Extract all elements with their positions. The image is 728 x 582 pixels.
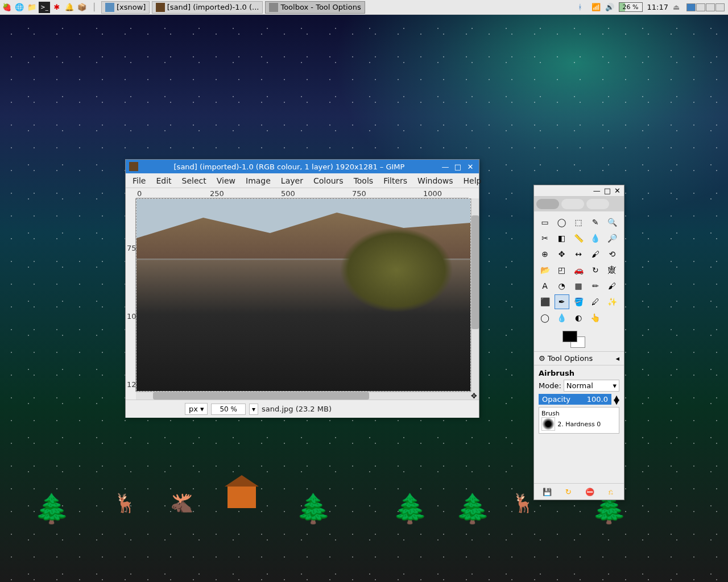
tool-button-3[interactable]: ✎	[588, 215, 603, 230]
scrollbar-thumb[interactable]	[153, 392, 369, 400]
tool-button-22[interactable]: ▦	[571, 278, 586, 293]
web-browser-icon[interactable]: 🌐	[14, 2, 25, 13]
restore-preset-icon[interactable]: ↻	[562, 486, 574, 497]
tool-button-2[interactable]: ⬚	[571, 215, 586, 230]
reset-icon[interactable]: ⎌	[605, 486, 617, 497]
tool-button-33[interactable]: 👆	[588, 310, 603, 325]
unit-selector[interactable]: px ▾	[185, 403, 208, 415]
tool-button-30[interactable]: ◯	[537, 310, 552, 325]
menu-edit[interactable]: Edit	[151, 174, 176, 187]
clock[interactable]: 11:17	[647, 3, 668, 11]
close-button[interactable]: ✕	[614, 186, 621, 195]
maximize-button[interactable]: □	[454, 163, 462, 171]
ruler-horizontal[interactable]: 0 250 500 750 1000	[136, 188, 469, 198]
color-swatches[interactable]	[534, 329, 624, 351]
tool-button-4[interactable]: 🔍	[605, 215, 619, 230]
menu-colours[interactable]: Colours	[309, 174, 348, 187]
save-preset-icon[interactable]: 💾	[541, 486, 553, 497]
menu-windows[interactable]: Windows	[413, 174, 458, 187]
tool-button-14[interactable]: ⟲	[605, 247, 619, 261]
menu-help[interactable]: Help	[459, 174, 486, 187]
scrollbar-thumb[interactable]	[471, 215, 479, 329]
tool-button-13[interactable]: 🖌	[588, 247, 603, 261]
tool-button-28[interactable]: 🖊	[588, 294, 603, 309]
volume-icon[interactable]: 🔊	[605, 3, 614, 12]
tool-button-34[interactable]	[605, 310, 619, 325]
tool-button-17[interactable]: 🚗	[571, 263, 586, 277]
tool-button-21[interactable]: ◔	[555, 278, 569, 293]
delete-preset-icon[interactable]: ⛔	[584, 486, 595, 497]
tool-button-20[interactable]: A	[537, 278, 552, 293]
nav-button-icon[interactable]: ✥	[471, 392, 479, 400]
brush-selector[interactable]: Brush 2. Hardness 0	[539, 407, 619, 434]
tool-button-1[interactable]: ◯	[555, 215, 569, 230]
scrollbar-vertical[interactable]	[471, 198, 479, 392]
bluetooth-icon[interactable]: ᚼ	[578, 3, 587, 12]
terminal-icon[interactable]: >_	[39, 2, 50, 13]
zoom-level[interactable]: 50 %	[211, 404, 246, 415]
eject-icon[interactable]: ⏏	[673, 3, 682, 12]
task-xsnow[interactable]: [xsnow]	[101, 1, 150, 14]
tool-button-16[interactable]: ◰	[555, 263, 569, 277]
tool-button-10[interactable]: ⊕	[537, 247, 552, 261]
tool-button-6[interactable]: ◧	[555, 231, 569, 246]
tool-button-31[interactable]: 💧	[555, 310, 569, 325]
tool-button-5[interactable]: ✂	[537, 231, 552, 246]
opacity-slider[interactable]: Opacity 100.0	[539, 394, 611, 405]
mode-select[interactable]: Normal ▾	[564, 380, 619, 392]
workspace-1[interactable]	[686, 3, 696, 11]
tool-button-19[interactable]: 🕸	[605, 263, 619, 277]
spin-down-icon[interactable]: ▼	[614, 400, 619, 404]
file-manager-icon[interactable]: 📁	[26, 2, 38, 13]
tool-button-26[interactable]: ✒	[555, 294, 569, 309]
menu-raspberry-icon[interactable]: 🍓	[1, 2, 13, 13]
tool-button-7[interactable]: 📏	[571, 231, 586, 246]
scrollbar-horizontal[interactable]	[136, 392, 471, 400]
menu-filters[interactable]: Filters	[379, 174, 412, 187]
tool-button-24[interactable]: 🖌	[605, 278, 619, 293]
menu-image[interactable]: Image	[241, 174, 275, 187]
packages-icon[interactable]: 📦	[76, 2, 88, 13]
menu-icon[interactable]: ◂	[615, 354, 619, 363]
toolbox-titlebar[interactable]: — □ ✕	[534, 185, 624, 197]
minimize-button[interactable]: —	[593, 186, 601, 195]
tool-button-18[interactable]: ↻	[588, 263, 603, 277]
app-icon[interactable]: 🔔	[64, 2, 75, 13]
maximize-button[interactable]: □	[604, 186, 611, 195]
workspace-4[interactable]	[715, 3, 725, 11]
fg-color-swatch[interactable]	[562, 331, 577, 342]
tool-button-11[interactable]: ✥	[555, 247, 569, 261]
workspace-3[interactable]	[706, 3, 715, 11]
workspace-2[interactable]	[696, 3, 705, 11]
tool-button-9[interactable]: 🔎	[605, 231, 619, 246]
workspace-switcher[interactable]	[686, 3, 725, 11]
tool-button-25[interactable]: ⬛	[537, 294, 552, 309]
menu-view[interactable]: View	[212, 174, 240, 187]
canvas[interactable]	[136, 198, 471, 392]
tool-button-29[interactable]: ✨	[605, 294, 619, 309]
tab-icon[interactable]	[586, 199, 609, 209]
tool-button-8[interactable]: 💧	[588, 231, 603, 246]
tab-icon[interactable]	[561, 199, 584, 209]
menu-select[interactable]: Select	[177, 174, 211, 187]
tool-button-15[interactable]: 📂	[537, 263, 552, 277]
task-gimp-image[interactable]: [sand] (imported)-1.0 (...	[152, 1, 263, 14]
tool-button-32[interactable]: ◐	[571, 310, 586, 325]
zoom-dropdown[interactable]: ▾	[249, 404, 258, 415]
tab-icon[interactable]	[536, 199, 559, 209]
tool-button-23[interactable]: ✏	[588, 278, 603, 293]
tool-button-27[interactable]: 🪣	[571, 294, 586, 309]
wifi-icon[interactable]: 📶	[592, 3, 601, 12]
tool-options-header[interactable]: ⚙ Tool Options ◂	[534, 351, 624, 365]
close-button[interactable]: ✕	[466, 163, 474, 171]
menu-tools[interactable]: Tools	[349, 174, 378, 187]
minimize-button[interactable]: —	[441, 163, 449, 171]
titlebar[interactable]: [sand] (imported)-1.0 (RGB colour, 1 lay…	[126, 160, 479, 173]
tool-button-0[interactable]: ▭	[537, 215, 552, 230]
menu-layer[interactable]: Layer	[276, 174, 308, 187]
task-gimp-toolbox[interactable]: Toolbox - Tool Options	[265, 1, 365, 14]
battery-indicator[interactable]: 26 %	[619, 2, 643, 12]
tool-button-12[interactable]: ↔	[571, 247, 586, 261]
bug-icon[interactable]: ✱	[51, 2, 63, 13]
ruler-vertical[interactable]: 750 1000 1250	[126, 198, 136, 392]
